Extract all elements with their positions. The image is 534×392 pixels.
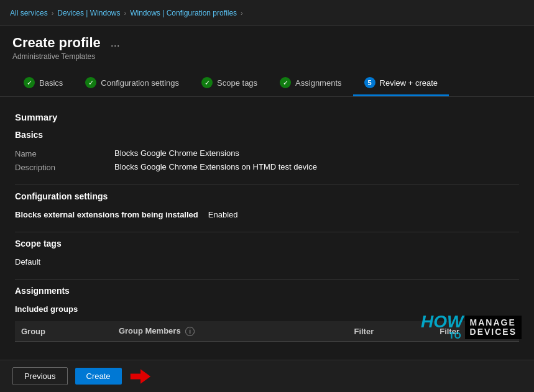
watermark-to: TO [449,330,461,342]
watermark-devices: DEVICES [470,327,517,337]
page-subtitle: Administrative Templates [12,52,522,61]
breadcrumb-all-services[interactable]: All services [10,9,48,17]
description-value: Blocks Google Chrome Extensions on HTMD … [114,162,519,171]
breadcrumb-sep-2: › [124,9,127,17]
arrow-icon [129,367,152,386]
description-label: Description [15,162,114,172]
ellipsis-button[interactable]: ... [107,35,124,51]
watermark-text-block: MANAGE DEVICES [465,316,522,340]
group-members-info-icon[interactable]: i [185,327,195,336]
basics-name-row: Name Blocks Google Chrome Extensions [15,148,519,158]
previous-button[interactable]: Previous [12,367,68,385]
basics-section: Basics Name Blocks Google Chrome Extensi… [15,130,519,172]
breadcrumb-sep-1: › [52,9,54,17]
svg-marker-0 [130,369,150,383]
assignments-check-icon: ✓ [280,77,291,88]
create-button[interactable]: Create [75,368,122,385]
config-check-icon: ✓ [85,77,96,88]
breadcrumb-config-profiles[interactable]: Windows | Configuration profiles [130,9,237,17]
config-setting-label: Blocks external extensions from being in… [15,210,198,219]
breadcrumb: All services › Devices | Windows › Windo… [10,9,243,17]
col-group-members: Group Members i [113,321,348,342]
config-settings-section: Configuration settings Blocks external e… [15,191,519,219]
scope-default-value: Default [15,257,519,267]
name-value: Blocks Google Chrome Extensions [114,148,519,158]
scope-check-icon: ✓ [201,77,213,88]
main-content: Summary Basics Name Blocks Google Chrome… [0,97,534,391]
top-bar: All services › Devices | Windows › Windo… [0,0,534,26]
tab-basics[interactable]: ✓ Basics [12,71,74,96]
divider-1 [15,185,519,185]
scope-tags-section: Scope tags Default [15,239,519,267]
scope-section-title: Scope tags [15,239,519,251]
tab-scope-tags[interactable]: ✓ Scope tags [190,71,269,96]
basics-check-icon: ✓ [24,77,35,88]
tab-review-label: Review + create [380,78,438,88]
breadcrumb-devices-windows[interactable]: Devices | Windows [57,9,120,17]
page-title: Create profile [12,35,101,51]
watermark-how: HOW [421,313,463,330]
basics-description-row: Description Blocks Google Chrome Extensi… [15,162,519,172]
watermark: HOW TO MANAGE DEVICES [421,313,522,342]
tab-review-create[interactable]: 5 Review + create [353,71,449,96]
assignments-section-title: Assignments [15,286,519,298]
page-header: Create profile ... Administrative Templa… [0,26,534,65]
tab-config-label: Configuration settings [101,78,179,88]
tab-configuration-settings[interactable]: ✓ Configuration settings [74,71,190,96]
config-setting-row: Blocks external extensions from being in… [15,210,519,219]
divider-2 [15,232,519,232]
tab-assignments-label: Assignments [295,78,341,88]
breadcrumb-sep-3: › [241,9,243,17]
divider-3 [15,279,519,280]
review-step-icon: 5 [364,77,375,88]
col-group: Group [15,321,113,342]
name-label: Name [15,148,114,158]
footer: Previous Create [0,360,534,392]
tab-assignments[interactable]: ✓ Assignments [269,71,352,96]
watermark-manage: MANAGE [470,318,517,327]
basics-section-title: Basics [15,130,519,142]
tab-scope-label: Scope tags [217,78,257,88]
wizard-tabs: ✓ Basics ✓ Configuration settings ✓ Scop… [0,65,534,97]
config-setting-value: Enabled [208,210,238,219]
summary-title: Summary [15,112,519,122]
tab-basics-label: Basics [39,78,63,88]
config-section-title: Configuration settings [15,191,519,204]
